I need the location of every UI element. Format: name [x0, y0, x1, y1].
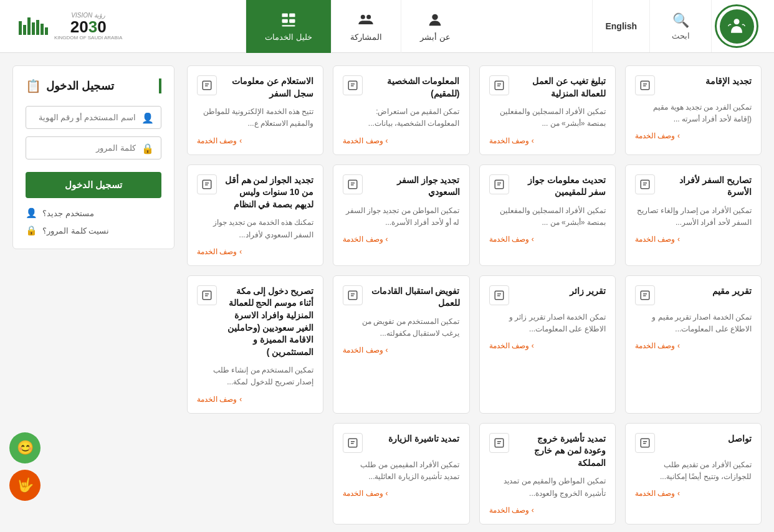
service-desc-personal-info: تمكن المقيم من استعراض: المعلومات الشخصي… — [343, 106, 459, 130]
service-title-renew-passport: تجديد جواز السفر السعودي — [368, 174, 459, 199]
vision-year: 2030 — [54, 19, 122, 35]
service-icon-renew-passport-under10[interactable] — [197, 174, 217, 194]
service-header-report-absence: تبليغ تغيب عن العمل للعمالة المنزلية — [489, 75, 606, 100]
service-header-renew-residence: تجديد الإقامة — [635, 75, 752, 95]
service-card-delegate-reception: تفويض استقبال القادمات للعمل تمكين المست… — [333, 275, 469, 414]
service-card-extend-visit-visa: تمديد تاشيرة الزيارة تمكين الأفراد المقي… — [333, 423, 469, 525]
chat-button[interactable]: 😊 — [9, 432, 41, 463]
svg-rect-7 — [289, 19, 295, 22]
search-label: ابحث — [672, 31, 690, 40]
service-title-renew-residence: تجديد الإقامة — [705, 75, 752, 88]
service-desc-renew-residence: تمكين الفرد من تجديد هوية مقيم (إقامة لأ… — [635, 102, 752, 125]
service-header-extend-exit-reentry: تمديد تأشيرة خروج وعودة لمن هم خارج المم… — [489, 433, 606, 470]
service-icon-renew-passport[interactable] — [343, 174, 363, 194]
service-header-travel-permits-family: تصاريح السفر لأفراد الأسرة — [635, 174, 752, 199]
search-icon: 🔍 — [672, 12, 689, 29]
service-icon-renew-residence[interactable] — [635, 75, 655, 95]
service-card-travel-permits-family: تصاريح السفر لأفراد الأسرة تمكين الأفراد… — [625, 164, 762, 266]
service-link-report-absence[interactable]: › وصف الخدمة — [489, 136, 606, 145]
service-desc-renew-passport: تمكين المواطن من تجديد جواز السفر له أو … — [343, 205, 459, 229]
service-desc-report-visitor: تمكن الخدمة اصدار تقرير زائر و الاطلاع ع… — [489, 311, 606, 335]
login-title: تسجيل الدخول 📋 — [26, 78, 161, 93]
login-links: مستخدم جديد؟ 👤 نسيت كلمة المرور؟ 🔒 — [26, 207, 161, 236]
service-link-personal-info[interactable]: › وصف الخدمة — [343, 136, 459, 145]
service-header-renew-passport: تجديد جواز السفر السعودي — [343, 174, 459, 199]
svg-rect-5 — [289, 13, 295, 17]
service-header-extend-visit-visa: تمديد تاشيرة الزيارة — [343, 433, 459, 453]
service-card-permit-mecca: تصريح دخول إلى مكة أثناء موسم الحج للعما… — [187, 275, 323, 414]
service-icon-update-passport-resident[interactable] — [489, 174, 509, 194]
login-button[interactable]: تسجيل الدخول — [26, 172, 161, 198]
svg-point-0 — [734, 19, 740, 24]
forgot-password-link[interactable]: نسيت كلمة المرور؟ 🔒 — [26, 225, 161, 236]
service-icon-delegate-reception[interactable] — [343, 285, 363, 305]
service-link-update-passport-resident[interactable]: › وصف الخدمة — [489, 235, 606, 244]
nav-item-services[interactable]: خليل الخدمات — [246, 0, 331, 53]
nav-participation-label: المشاركة — [350, 32, 382, 42]
password-wrapper: 🔒 — [26, 136, 161, 159]
service-desc-contact: تمكين الأفراد من تقديم طلب للجوازات، وتت… — [635, 459, 752, 483]
service-icon-personal-info[interactable] — [343, 75, 363, 95]
svg-rect-4 — [282, 13, 288, 17]
service-icon-report-visitor[interactable] — [489, 285, 509, 305]
service-card-travel-record: الاستعلام عن معلومات سجل السفر تتيح هذه … — [187, 65, 323, 155]
nav-services-label: خليل الخدمات — [265, 32, 312, 42]
user-icon: 👤 — [141, 112, 154, 123]
service-icon-travel-record[interactable] — [197, 75, 217, 95]
login-box: تسجيل الدخول 📋 👤 🔒 تسجيل الدخول مستخدم ج… — [12, 65, 174, 249]
service-header-report-resident: تقرير مقيم — [635, 285, 752, 305]
service-header-delegate-reception: تفويض استقبال القادمات للعمل — [343, 285, 459, 310]
service-icon-extend-visit-visa[interactable] — [343, 433, 363, 453]
service-link-travel-permits-family[interactable]: › وصف الخدمة — [635, 235, 752, 244]
nav-item-participation[interactable]: المشاركة — [331, 0, 401, 53]
service-desc-permit-mecca: تمكين المستخدم من إنشاء طلب إصدار تصريح … — [197, 364, 313, 388]
service-icon-extend-exit-reentry[interactable] — [489, 433, 509, 453]
svg-rect-8 — [282, 25, 295, 26]
service-link-renew-passport[interactable]: › وصف الخدمة — [343, 235, 459, 244]
services-grid: تجديد الإقامة تمكين الفرد من تجديد هوية … — [187, 65, 762, 525]
service-desc-renew-passport-under10: تمكنك هذه الخدمة من تجديد جواز السفر الس… — [197, 217, 313, 240]
vision-bars — [19, 17, 48, 35]
svg-point-1 — [432, 14, 438, 19]
service-link-extend-exit-reentry[interactable]: › وصف الخدمة — [489, 506, 606, 515]
service-title-travel-permits-family: تصاريح السفر لأفراد الأسرة — [660, 174, 752, 199]
service-icon-travel-permits-family[interactable] — [635, 174, 655, 194]
services-section: تجديد الإقامة تمكين الفرد من تجديد هوية … — [187, 65, 762, 525]
service-link-extend-visit-visa[interactable]: › وصف الخدمة — [343, 489, 459, 498]
service-icon-report-absence[interactable] — [489, 75, 509, 95]
service-title-permit-mecca: تصريح دخول إلى مكة أثناء موسم الحج للعما… — [222, 285, 313, 359]
service-title-report-resident: تقرير مقيم — [712, 285, 752, 298]
service-title-renew-passport-under10: تجديد الجواز لمن هم أقل من 10 سنوات وليس… — [222, 174, 313, 211]
sign-language-button[interactable]: 🤟 — [9, 470, 41, 501]
service-link-permit-mecca[interactable]: › وصف الخدمة — [197, 395, 313, 404]
language-switcher[interactable]: English — [592, 0, 649, 52]
nav-about-label: عن أبشر — [420, 32, 451, 42]
service-card-personal-info: المعلومات الشخصية (للمقيم) تمكن المقيم م… — [333, 65, 469, 155]
floating-buttons: 😊 🤟 — [9, 432, 41, 501]
service-desc-report-absence: تمكين الأفراد المسجلين والمفعلين بمنصة «… — [489, 106, 606, 130]
service-title-report-absence: تبليغ تغيب عن العمل للعمالة المنزلية — [514, 75, 606, 100]
service-link-report-resident[interactable]: › وصف الخدمة — [635, 341, 752, 350]
service-link-travel-record[interactable]: › وصف الخدمة — [197, 136, 313, 145]
service-desc-report-resident: تمكن الخدمة اصدار تقرير مقيم و الاطلاع ع… — [635, 311, 752, 335]
service-link-renew-residence[interactable]: › وصف الخدمة — [635, 131, 752, 140]
search-button[interactable]: 🔍 ابحث — [649, 0, 712, 52]
service-card-update-passport-resident: تحديث معلومات جواز سفر للمقيمين تمكين ال… — [479, 164, 616, 266]
service-title-update-passport-resident: تحديث معلومات جواز سفر للمقيمين — [514, 174, 606, 199]
username-wrapper: 👤 — [26, 106, 161, 129]
service-title-extend-exit-reentry: تمديد تأشيرة خروج وعودة لمن هم خارج المم… — [514, 433, 606, 470]
service-icon-report-resident[interactable] — [635, 285, 655, 305]
service-icon-contact[interactable] — [635, 433, 655, 453]
service-desc-extend-visit-visa: تمكين الأفراد المقيمين من طلب تمديد تأشي… — [343, 459, 459, 483]
service-link-delegate-reception[interactable]: › وصف الخدمة — [343, 346, 459, 354]
service-card-contact: تواصل تمكين الأفراد من تقديم طلب للجوازا… — [625, 423, 762, 525]
service-icon-permit-mecca[interactable] — [197, 285, 217, 305]
service-link-renew-passport-under10[interactable]: › وصف الخدمة — [197, 247, 313, 256]
new-user-link[interactable]: مستخدم جديد؟ 👤 — [26, 207, 161, 219]
service-link-report-visitor[interactable]: › وصف الخدمة — [489, 341, 606, 350]
service-card-report-resident: تقرير مقيم تمكن الخدمة اصدار تقرير مقيم … — [625, 275, 762, 414]
service-desc-extend-exit-reentry: تمكين المواطن والمقيم من تمديد تأشيرة ال… — [489, 475, 606, 499]
service-link-contact[interactable]: › وصف الخدمة — [635, 489, 752, 498]
service-title-delegate-reception: تفويض استقبال القادمات للعمل — [368, 285, 459, 310]
nav-item-about[interactable]: عن أبشر — [401, 0, 469, 53]
